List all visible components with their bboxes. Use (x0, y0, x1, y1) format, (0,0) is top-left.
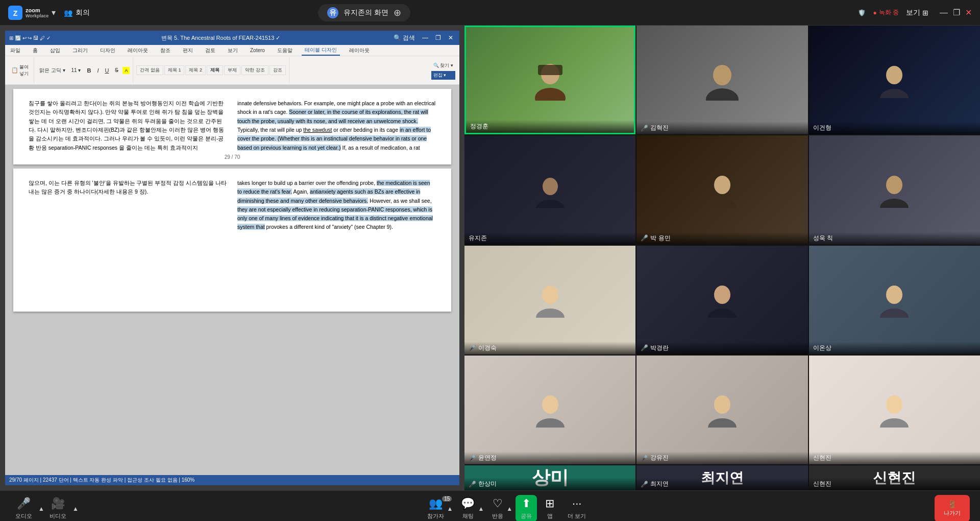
participant-name-9: 이온상 (813, 344, 831, 352)
zoom-logo: Z zoom Workplace ▾ (8, 6, 56, 20)
participant-tile-7[interactable]: 🎤 이경숙 (464, 246, 635, 354)
style-title[interactable]: 제목 (207, 65, 223, 75)
view-button[interactable]: 보기 ⊞ (906, 8, 928, 17)
audio-group: 🎤 오디오 ▲ (10, 495, 44, 521)
find-btn[interactable]: 🔍 찾기 ▾ (431, 61, 455, 70)
chat-arrow[interactable]: ▲ (478, 505, 484, 512)
chat-button[interactable]: 💬 채팅 (456, 495, 480, 521)
reactions-wrap: ♡ 반응 ▲ (487, 495, 512, 521)
word-minimize-btn[interactable]: — (420, 34, 430, 42)
paste-btn[interactable]: 📋붙여넣기 (9, 63, 31, 78)
video-button[interactable]: 🎥 비디오 (44, 495, 71, 521)
participant-tile-4[interactable]: 유지존 (464, 135, 635, 244)
top-right-controls: 🛡️ ● 녹화 중 보기 ⊞ — ❐ ✕ (858, 8, 972, 17)
logo-top-text: zoom (26, 7, 48, 13)
svg-point-12 (708, 199, 737, 208)
record-dot: ● (873, 9, 876, 16)
mute-icon-14: 🎤 (641, 481, 648, 488)
zoom-icon: Z (8, 6, 22, 20)
apps-button[interactable]: ⊞ 앱 (540, 495, 559, 521)
reactions-button[interactable]: ♡ 반응 (487, 495, 508, 521)
ribbon-tab-help[interactable]: 도움말 (274, 46, 296, 55)
word-toolbar: 📋붙여넣기 맑은 고딕 ▾ 11 ▾ B I U S̶ A 간격 없음 제목 1… (5, 56, 459, 85)
svg-text:Z: Z (13, 9, 18, 17)
ribbon-tab-ref[interactable]: 참조 (157, 46, 174, 55)
word-search-icon[interactable]: 🔍 검색 (391, 34, 417, 42)
font-size[interactable]: 11 ▾ (69, 66, 83, 74)
participant-tile-2[interactable]: 🎤 김혁진 (636, 26, 807, 134)
participant-tile-8[interactable]: 🎤 박경란 (636, 246, 807, 354)
participants-arrow[interactable]: ▲ (447, 505, 453, 512)
participant-tile-15[interactable]: 신현진 신현진 (809, 465, 980, 490)
doc-p2: innate defensive behaviors. For example,… (237, 99, 436, 152)
minimize-button[interactable]: — (940, 8, 948, 17)
style-h2[interactable]: 제목 2 (185, 65, 206, 75)
font-group: 맑은 고딕 ▾ 11 ▾ B I U S̶ A (37, 57, 133, 83)
participant-tile-3[interactable]: 이건형 (809, 26, 980, 134)
ribbon-tab-review[interactable]: 검토 (202, 46, 218, 55)
svg-point-20 (880, 309, 909, 318)
close-button[interactable]: ✕ (965, 8, 972, 17)
meeting-button[interactable]: 👥 회의 (64, 8, 90, 17)
highlight-btn[interactable]: A (122, 67, 130, 74)
logo-dropdown[interactable]: ▾ (52, 8, 56, 17)
restore-button[interactable]: ❐ (953, 8, 960, 17)
ribbon-tab-table-layout[interactable]: 레이아웃 (346, 46, 373, 55)
tile-namebar-5: 🎤 박 용민 (636, 232, 807, 245)
participant-avatar-4 (532, 172, 568, 208)
font-select[interactable]: 맑은 고딕 ▾ (37, 66, 67, 75)
view-label: 보기 (906, 8, 920, 17)
ribbon-tab-mail[interactable]: 편지 (180, 46, 196, 55)
mute-icon-2: 🎤 (641, 125, 648, 132)
underline-btn[interactable]: U (103, 66, 111, 75)
style-subtitle[interactable]: 부제 (224, 65, 240, 75)
strikethrough-btn[interactable]: S̶ (113, 66, 120, 75)
doc-page1-left: 침구를 쌓아 올리려고 한다(이는 쥐의 본능적 방어행동인지 이전 학습에 기… (29, 99, 227, 154)
participant-tile-12[interactable]: 신현진 (809, 356, 980, 464)
word-close-btn[interactable]: ✕ (446, 34, 455, 42)
ribbon-tab-view[interactable]: 보기 (225, 46, 241, 55)
participant-avatar-9 (876, 282, 912, 318)
participant-tile-5[interactable]: 🎤 박 용민 (636, 135, 807, 244)
screen-share-pill: 유 유지존의 화면 ⊕ (318, 4, 410, 21)
participant-tile-13[interactable]: 상미 🎤 한상미 (464, 465, 635, 490)
ribbon-tab-draw[interactable]: 그리기 (69, 46, 91, 55)
main-content: ⊞ 🔃 ↩ ↪ 🖫 🖊 ✓ 변목 5. The Ancestral Roots … (0, 26, 980, 490)
ribbon-tab-design[interactable]: 디자인 (97, 46, 118, 55)
style-subtle[interactable]: 약한 강조 (241, 65, 268, 75)
style-normal[interactable]: 간격 없음 (136, 65, 163, 75)
ribbon-tab-zotero[interactable]: Zotero (247, 46, 268, 54)
share-options-button[interactable]: ⊕ (394, 7, 401, 18)
audio-arrow[interactable]: ▲ (38, 505, 44, 512)
ribbon-tab-layout[interactable]: 레이아웃 (125, 46, 151, 55)
ribbon-tab-insert[interactable]: 삽입 (47, 46, 63, 55)
share-button[interactable]: ⬆ 공유 (516, 495, 537, 521)
tile-namebar-3: 이건형 (809, 122, 980, 134)
tile-namebar-7: 🎤 이경숙 (464, 342, 635, 354)
video-arrow[interactable]: ▲ (72, 505, 79, 512)
reactions-arrow[interactable]: ▲ (506, 505, 512, 512)
word-restore-btn[interactable]: ❐ (433, 34, 443, 42)
svg-point-17 (714, 286, 730, 304)
leave-button[interactable]: 🚪 나가기 (935, 495, 970, 521)
audio-button[interactable]: 🎤 오디오 (10, 495, 37, 521)
ribbon-tab-home[interactable]: 홈 (30, 46, 41, 55)
participant-tile-9[interactable]: 이온상 (809, 246, 980, 354)
more-button[interactable]: ··· 더 보기 (562, 495, 591, 521)
edit-btn[interactable]: 편집 ▾ (431, 71, 455, 80)
bold-btn[interactable]: B (85, 66, 93, 75)
participant-tile-1[interactable]: 정경훈 (464, 26, 635, 134)
participant-tile-6[interactable]: 성욱 칙 (809, 135, 980, 244)
ribbon-tab-file[interactable]: 파일 (7, 46, 23, 55)
participant-name-15: 신현진 (813, 480, 831, 488)
style-h1[interactable]: 제목 1 (164, 65, 185, 75)
italic-btn[interactable]: I (95, 66, 101, 75)
participant-name-11: 강유진 (650, 454, 669, 462)
security-icon: 🛡️ (858, 9, 866, 16)
participant-tile-11[interactable]: 🎤 강유진 (636, 356, 807, 464)
apps-label: 앱 (547, 512, 553, 520)
participant-tile-10[interactable]: 🎤 윤연정 (464, 356, 635, 464)
ribbon-tab-table-design[interactable]: 테이블 디자인 (302, 45, 340, 56)
style-strong[interactable]: 강조 (270, 65, 286, 75)
participant-tile-14[interactable]: 최지연 🎤 최지연 (636, 465, 807, 490)
